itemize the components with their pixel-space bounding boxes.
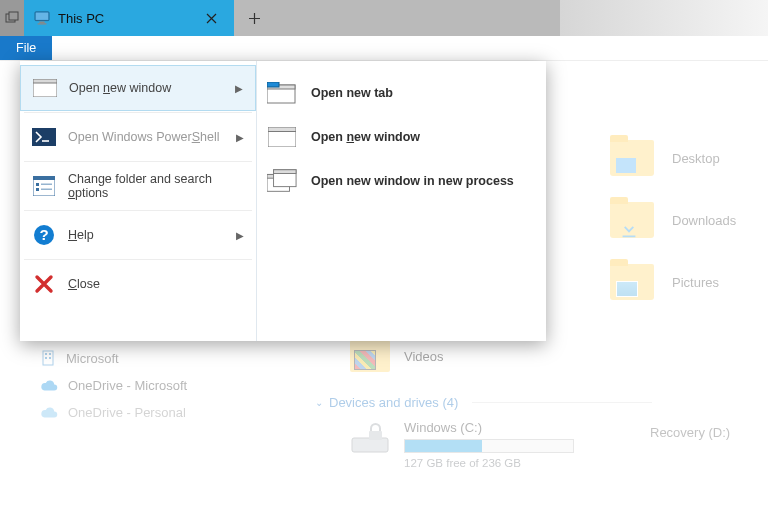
cascade-windows-icon [267, 170, 297, 192]
devices-label: Devices and drives (4) [329, 395, 458, 410]
folder-videos[interactable]: Videos [350, 340, 444, 372]
window-menu-button[interactable] [0, 0, 24, 36]
menu-folder-options[interactable]: Change folder and search options [20, 163, 256, 209]
plus-icon [248, 12, 261, 25]
folders-right-column: Desktop Downloads Pictures [610, 140, 736, 300]
building-icon [40, 350, 56, 366]
folder-label: Desktop [672, 151, 720, 166]
drive-name: Windows (C:) [404, 420, 574, 435]
sidebar-label: OneDrive - Microsoft [68, 378, 187, 393]
submenu-label: Open new window [311, 130, 420, 144]
folder-icon [610, 202, 654, 238]
svg-rect-14 [38, 23, 47, 24]
sidebar-item-onedrive-ms[interactable]: OneDrive - Microsoft [40, 378, 187, 393]
sidebar-item-onedrive-personal[interactable]: OneDrive - Personal [40, 405, 187, 420]
svg-rect-4 [49, 357, 51, 359]
this-pc-icon [34, 11, 50, 25]
drive-icon [350, 420, 390, 454]
submenu-open-new-tab[interactable]: Open new tab [261, 71, 542, 115]
close-icon [32, 272, 56, 296]
drive-capacity-bar [404, 439, 574, 453]
close-icon [206, 13, 217, 24]
options-icon [32, 174, 56, 198]
nav-sidebar: Microsoft OneDrive - Microsoft OneDrive … [40, 350, 187, 420]
sidebar-label: Microsoft [66, 351, 119, 366]
svg-rect-1 [45, 353, 47, 355]
window-tab-icon [267, 82, 297, 104]
svg-rect-17 [32, 128, 56, 146]
menu-open-powershell[interactable]: Open Windows PowerShell ▶ [20, 114, 256, 160]
menu-help[interactable]: ? Help ▶ [20, 212, 256, 258]
svg-rect-0 [43, 351, 53, 365]
folder-desktop[interactable]: Desktop [610, 140, 736, 176]
svg-rect-22 [36, 188, 39, 191]
menu-label: Close [68, 277, 100, 291]
svg-rect-20 [36, 183, 39, 186]
window-icon [267, 126, 297, 148]
svg-rect-12 [36, 13, 48, 20]
drive-status: 127 GB free of 236 GB [404, 457, 574, 469]
svg-rect-23 [41, 189, 52, 191]
tab-title: This PC [58, 11, 104, 26]
cloud-icon [40, 407, 58, 419]
submenu-open-new-window[interactable]: Open new window [261, 115, 542, 159]
menu-open-new-window[interactable]: Open new window ▶ [20, 65, 256, 111]
svg-rect-2 [49, 353, 51, 355]
folder-icon [350, 340, 390, 372]
svg-text:?: ? [39, 226, 48, 243]
submenu-open-new-window-process[interactable]: Open new window in new process [261, 159, 542, 203]
submenu-label: Open new tab [311, 86, 393, 100]
svg-rect-16 [33, 79, 57, 83]
svg-rect-19 [33, 176, 55, 180]
menu-label: Open new window [69, 81, 171, 95]
chevron-right-icon: ▶ [236, 230, 244, 241]
svg-rect-8 [369, 431, 382, 440]
folder-label: Downloads [672, 213, 736, 228]
svg-rect-28 [267, 82, 279, 87]
submenu-label: Open new window in new process [311, 174, 514, 188]
file-menu-button[interactable]: File [0, 36, 52, 60]
cloud-icon [40, 380, 58, 392]
file-menu-label: File [16, 41, 36, 55]
svg-rect-3 [45, 357, 47, 359]
menu-label: Open Windows PowerShell [68, 130, 219, 144]
cascade-windows-icon [5, 11, 19, 25]
tab-close-button[interactable] [198, 5, 224, 31]
menu-label: Help [68, 228, 94, 242]
folder-pictures[interactable]: Pictures [610, 264, 736, 300]
svg-rect-30 [268, 127, 296, 132]
drive-recovery[interactable]: Recovery (D:) [650, 425, 730, 440]
svg-rect-21 [41, 184, 52, 186]
powershell-icon [32, 125, 56, 149]
sidebar-label: OneDrive - Personal [68, 405, 186, 420]
menu-label: Change folder and search options [68, 172, 244, 200]
svg-rect-34 [274, 170, 297, 174]
svg-rect-13 [39, 22, 44, 24]
drive-name: Recovery (D:) [650, 425, 730, 440]
sidebar-item-microsoft[interactable]: Microsoft [40, 350, 187, 366]
drive-c[interactable]: Windows (C:) 127 GB free of 236 GB [350, 420, 574, 469]
folder-label: Videos [404, 349, 444, 364]
window-icon [33, 76, 57, 100]
svg-rect-5 [352, 438, 388, 452]
folder-label: Pictures [672, 275, 719, 290]
folder-icon [610, 140, 654, 176]
devices-header[interactable]: ⌄ Devices and drives (4) [315, 395, 652, 410]
tab-this-pc[interactable]: This PC [24, 0, 234, 36]
help-icon: ? [32, 223, 56, 247]
download-arrow-icon [618, 218, 640, 240]
chevron-right-icon: ▶ [235, 83, 243, 94]
chevron-right-icon: ▶ [236, 132, 244, 143]
folder-icon [610, 264, 654, 300]
file-menu-dropdown: Open new window ▶ Open Windows PowerShel… [20, 61, 546, 341]
new-tab-button[interactable] [234, 0, 274, 36]
folder-downloads[interactable]: Downloads [610, 202, 736, 238]
menu-close[interactable]: Close [20, 261, 256, 307]
svg-rect-10 [9, 12, 18, 20]
